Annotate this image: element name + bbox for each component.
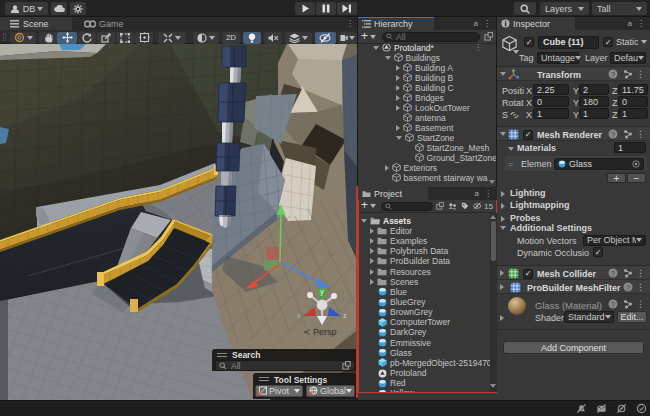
svg-text:?: ?	[626, 284, 630, 291]
svg-text:?: ?	[611, 301, 615, 308]
svg-text:x: x	[297, 311, 301, 320]
svg-text:?: ?	[611, 270, 615, 277]
svg-text:≺ Persp: ≺ Persp	[303, 327, 337, 337]
svg-text:z: z	[343, 311, 347, 320]
svg-text:?: ?	[611, 131, 615, 138]
svg-text:?: ?	[611, 71, 615, 78]
svg-text:y: y	[320, 287, 324, 296]
